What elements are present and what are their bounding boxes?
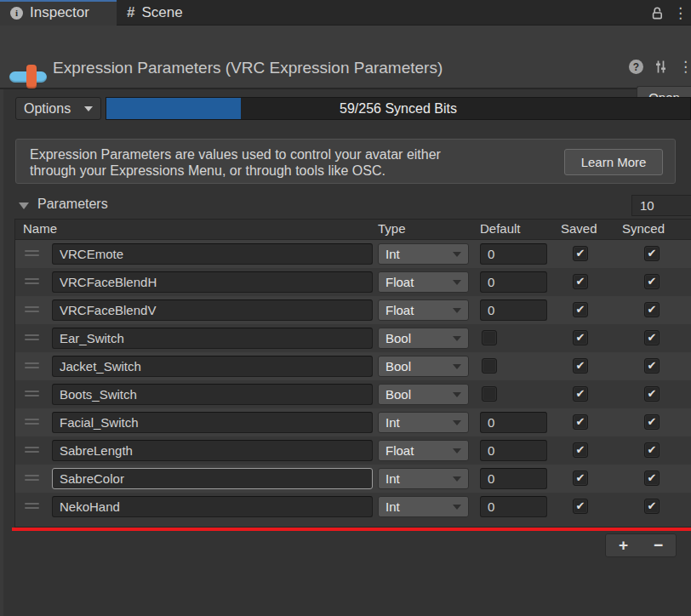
param-default-input[interactable] [480, 440, 547, 461]
param-saved-checkbox[interactable]: ✔ [573, 471, 588, 486]
help-box: Expression Parameters are values used to… [15, 139, 676, 184]
param-saved-checkbox[interactable]: ✔ [573, 330, 588, 345]
param-default-input[interactable] [480, 468, 547, 489]
param-type-value: Float [385, 303, 414, 317]
param-name-input[interactable] [52, 299, 373, 321]
drag-handle-icon[interactable] [25, 334, 39, 342]
param-type-dropdown[interactable]: Float [378, 271, 469, 293]
param-name-input[interactable] [52, 243, 373, 265]
param-type-dropdown[interactable]: Float [378, 299, 469, 321]
param-synced-checkbox[interactable]: ✔ [644, 442, 660, 458]
param-type-dropdown[interactable]: Bool [378, 384, 469, 405]
drag-handle-icon[interactable] [25, 391, 39, 398]
param-saved-checkbox[interactable]: ✔ [573, 414, 588, 430]
param-saved-checkbox[interactable]: ✔ [573, 442, 588, 458]
param-synced-checkbox[interactable]: ✔ [644, 386, 660, 402]
param-type-dropdown[interactable]: Int [378, 412, 469, 433]
drag-handle-icon[interactable] [25, 475, 39, 482]
param-type-value: Bool [385, 387, 411, 402]
param-default-input[interactable] [480, 496, 547, 517]
param-saved-checkbox[interactable]: ✔ [573, 386, 588, 402]
param-synced-checkbox[interactable]: ✔ [644, 274, 660, 289]
param-synced-checkbox[interactable]: ✔ [644, 414, 660, 430]
help-icon[interactable]: ? [629, 60, 643, 74]
drag-handle-icon[interactable] [25, 503, 39, 510]
param-saved-checkbox[interactable]: ✔ [573, 302, 588, 317]
param-name-input[interactable] [52, 496, 373, 517]
options-dropdown[interactable]: Options [15, 97, 101, 120]
param-synced-checkbox[interactable]: ✔ [644, 471, 660, 486]
param-synced-checkbox[interactable]: ✔ [644, 358, 660, 374]
param-type-dropdown[interactable]: Float [378, 440, 469, 461]
tab-inspector[interactable]: i Inspector [0, 0, 117, 26]
drag-handle-icon[interactable] [25, 447, 39, 454]
add-parameter-button[interactable]: + [606, 534, 641, 556]
param-name-input[interactable] [52, 440, 373, 461]
parameter-row: Int ✔ ✔ [15, 240, 691, 268]
param-synced-checkbox[interactable]: ✔ [644, 302, 660, 317]
parameter-row: Int ✔ ✔ [15, 493, 691, 521]
red-underline [12, 528, 691, 531]
synced-bits-progressbar: 59/256 Synced Bits [106, 97, 691, 120]
param-name-input[interactable] [52, 356, 373, 377]
param-synced-checkbox[interactable]: ✔ [644, 499, 660, 514]
param-type-dropdown[interactable]: Int [378, 243, 469, 265]
param-default-checkbox[interactable]: ✔ [482, 358, 497, 374]
tab-scene[interactable]: # Scene [117, 0, 193, 26]
param-default-input[interactable] [480, 412, 547, 433]
param-type-dropdown[interactable]: Bool [378, 328, 469, 349]
lock-icon[interactable] [650, 6, 665, 20]
param-default-checkbox[interactable]: ✔ [482, 330, 497, 345]
parameters-foldout-row: Parameters 10 [0, 195, 691, 216]
param-type-value: Int [385, 471, 400, 486]
chevron-down-icon [84, 106, 93, 111]
help-box-text: Expression Parameters are values used to… [30, 146, 441, 179]
remove-parameter-button[interactable]: − [641, 534, 676, 556]
param-synced-checkbox[interactable]: ✔ [644, 330, 660, 345]
drag-handle-icon[interactable] [25, 306, 39, 314]
param-default-input[interactable] [480, 271, 547, 293]
presets-icon[interactable] [654, 60, 668, 74]
param-name-input[interactable] [52, 271, 373, 293]
drag-handle-icon[interactable] [25, 278, 39, 286]
parameters-count-field[interactable]: 10 [631, 195, 691, 216]
header-kebab-icon[interactable]: ⋮ [678, 60, 691, 74]
parameters-section-label[interactable]: Parameters [37, 197, 108, 212]
parameter-row: Bool ✔ ✔ ✔ [15, 352, 691, 380]
param-type-value: Int [385, 415, 400, 430]
param-synced-checkbox[interactable]: ✔ [644, 246, 660, 261]
list-footer: + − [605, 533, 677, 557]
param-default-input[interactable] [480, 299, 547, 321]
param-name-input[interactable] [52, 328, 373, 349]
parameters-table-header: Name Type Default Saved Synced [15, 220, 691, 240]
param-default-input[interactable] [480, 243, 547, 265]
param-name-input[interactable] [52, 412, 373, 433]
param-saved-checkbox[interactable]: ✔ [573, 358, 588, 374]
param-type-dropdown[interactable]: Bool [378, 356, 469, 377]
column-header-default: Default [480, 221, 521, 236]
drag-handle-icon[interactable] [25, 419, 39, 426]
chevron-down-icon [453, 308, 461, 313]
param-default-checkbox[interactable]: ✔ [482, 386, 497, 402]
inspector-window: i Inspector # Scene ⋮ Expression Paramet… [0, 0, 691, 616]
param-type-dropdown[interactable]: Int [378, 496, 469, 517]
chevron-down-icon [453, 280, 461, 285]
param-name-input[interactable] [52, 468, 373, 489]
chevron-down-icon [453, 420, 461, 425]
param-type-value: Bool [385, 359, 411, 374]
param-name-input[interactable] [52, 384, 373, 405]
expression-parameters-asset-icon [9, 61, 47, 92]
param-saved-checkbox[interactable]: ✔ [573, 499, 588, 514]
help-box-line-2: through your Expressions Menu, or throug… [30, 163, 441, 179]
drag-handle-icon[interactable] [25, 250, 39, 258]
tab-menu-kebab-icon[interactable]: ⋮ [673, 6, 688, 20]
learn-more-button[interactable]: Learn More [564, 149, 663, 175]
param-saved-checkbox[interactable]: ✔ [573, 246, 588, 261]
foldout-arrow-icon[interactable] [19, 202, 29, 209]
inspector-header: Expression Parameters (VRC Expression Pa… [0, 26, 691, 89]
parameter-row: Float ✔ ✔ [15, 296, 691, 324]
parameters-table: Name Type Default Saved Synced Int ✔ ✔ F… [14, 219, 691, 528]
drag-handle-icon[interactable] [25, 362, 39, 370]
param-saved-checkbox[interactable]: ✔ [573, 274, 588, 289]
param-type-dropdown[interactable]: Int [378, 468, 469, 489]
